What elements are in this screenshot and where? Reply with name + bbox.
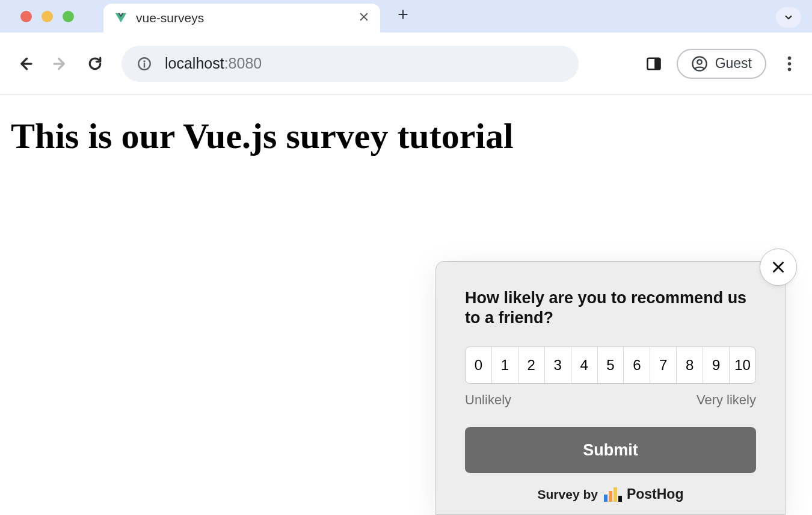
nps-option-8[interactable]: 8	[677, 347, 703, 383]
svg-point-8	[787, 67, 791, 71]
tab-title: vue-surveys	[136, 11, 350, 25]
back-button[interactable]	[13, 52, 37, 76]
new-tab-button[interactable]	[397, 5, 409, 27]
profile-label: Guest	[715, 55, 752, 72]
profile-chip[interactable]: Guest	[677, 49, 766, 79]
site-info-icon[interactable]	[136, 55, 153, 72]
nps-high-label: Very likely	[697, 392, 756, 408]
page-content: This is our Vue.js survey tutorial How l…	[0, 95, 812, 515]
nps-option-7[interactable]: 7	[650, 347, 677, 383]
nps-option-4[interactable]: 4	[571, 347, 598, 383]
kebab-menu-icon[interactable]	[780, 54, 799, 73]
nps-endpoint-labels: Unlikely Very likely	[465, 392, 756, 408]
browser-chrome: vue-surveys localhost:8080	[0, 0, 812, 95]
close-icon	[770, 259, 786, 275]
window-maximize-button[interactable]	[63, 11, 74, 22]
window-minimize-button[interactable]	[42, 11, 53, 22]
reload-button[interactable]	[83, 52, 107, 76]
survey-footer-prefix: Survey by	[538, 487, 598, 502]
svg-point-7	[787, 62, 791, 66]
url-port: :8080	[224, 55, 262, 72]
survey-close-button[interactable]	[760, 248, 797, 286]
nps-option-1[interactable]: 1	[492, 347, 518, 383]
nps-options: 0 1 2 3 4 5 6 7 8 9 10	[465, 347, 756, 384]
survey-popup: How likely are you to recommend us to a …	[435, 261, 786, 516]
url-host: localhost	[165, 55, 224, 72]
toolbar-right: Guest	[644, 49, 799, 79]
svg-rect-3	[654, 58, 660, 69]
posthog-brand[interactable]: PostHog	[604, 486, 684, 502]
window-controls	[20, 11, 74, 22]
tab-search-button[interactable]	[776, 7, 801, 28]
browser-tab[interactable]: vue-surveys	[103, 4, 380, 32]
url-text: localhost:8080	[165, 55, 262, 72]
forward-button[interactable]	[48, 52, 72, 76]
survey-question: How likely are you to recommend us to a …	[465, 288, 756, 329]
survey-footer: Survey by PostHog	[465, 486, 756, 502]
posthog-logo-icon	[604, 487, 622, 502]
svg-point-1	[143, 60, 145, 62]
tab-close-icon[interactable]	[358, 10, 369, 26]
address-bar[interactable]: localhost:8080	[121, 46, 579, 82]
user-icon	[691, 55, 708, 72]
svg-point-6	[787, 56, 791, 60]
nps-option-9[interactable]: 9	[703, 347, 730, 383]
nps-option-5[interactable]: 5	[598, 347, 624, 383]
tab-strip: vue-surveys	[0, 0, 812, 32]
browser-toolbar: localhost:8080 Guest	[0, 32, 812, 95]
submit-button[interactable]: Submit	[465, 427, 756, 473]
vue-favicon-icon	[114, 11, 128, 25]
nps-option-6[interactable]: 6	[624, 347, 650, 383]
nps-option-0[interactable]: 0	[466, 347, 492, 383]
window-close-button[interactable]	[20, 11, 32, 22]
svg-point-5	[697, 60, 701, 64]
nps-option-10[interactable]: 10	[730, 347, 755, 383]
nps-low-label: Unlikely	[465, 392, 511, 408]
nps-option-3[interactable]: 3	[545, 347, 571, 383]
page-heading: This is our Vue.js survey tutorial	[11, 116, 801, 157]
side-panel-icon[interactable]	[644, 54, 663, 73]
nps-option-2[interactable]: 2	[518, 347, 545, 383]
posthog-brand-text: PostHog	[627, 486, 684, 502]
